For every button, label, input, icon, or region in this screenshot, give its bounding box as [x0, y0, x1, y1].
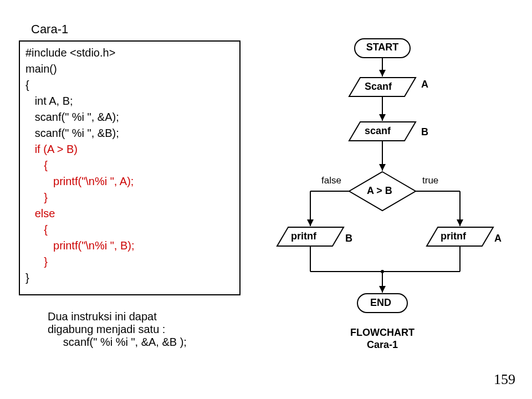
node-end: END [370, 297, 391, 309]
node-printf-right: pritnf [441, 231, 466, 242]
code-line: else [25, 207, 55, 219]
code-line: { [25, 159, 48, 171]
code-line: { [25, 79, 29, 91]
node-scanf-b: scanf [365, 125, 391, 137]
label-true: true [422, 175, 438, 186]
code-line: scanf(" %i ", &B); [25, 127, 119, 139]
label-false: false [321, 175, 341, 186]
code-line: scanf(" %i ", &A); [25, 111, 119, 123]
code-line: if (A > B) [25, 143, 78, 155]
flowchart-caption-1: FLOWCHART [327, 327, 438, 339]
code-line: printf("\n%i ", A); [25, 175, 134, 187]
code-line: #include <stdio.h> [25, 47, 115, 59]
code-line: main() [25, 63, 57, 75]
node-printf-right-var: A [494, 233, 502, 244]
flowchart: START Scanf A scanf B A > B false true p… [272, 33, 515, 377]
page-title: Cara-1 [31, 22, 68, 37]
code-line: } [25, 255, 48, 268]
note-text: Dua instruksi ini dapat digabung menjadi… [48, 310, 187, 349]
flowchart-caption-2: Cara-1 [327, 339, 438, 351]
code-line: printf("\n%i ", B); [25, 239, 134, 252]
node-scanf-a-var: A [421, 79, 428, 90]
code-line: int A, B; [25, 95, 73, 107]
code-line: { [25, 223, 48, 236]
node-scanf-a: Scanf [365, 81, 392, 93]
node-start: START [362, 42, 403, 53]
code-line: } [25, 272, 29, 284]
node-printf-left-var: B [345, 233, 352, 244]
node-printf-left: pritnf [291, 231, 316, 242]
code-box: #include <stdio.h> main() { int A, B; sc… [19, 40, 241, 295]
node-decision: A > B [367, 185, 392, 197]
code-line: } [25, 191, 48, 203]
node-scanf-b-var: B [421, 126, 428, 138]
